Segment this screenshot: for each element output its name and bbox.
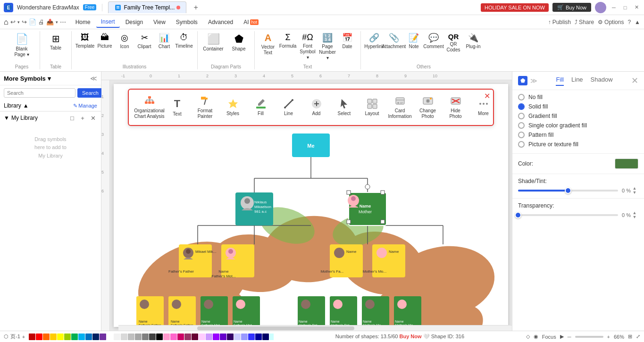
card-info-button[interactable]: CardInformation	[387, 93, 413, 121]
zoom-slider[interactable]	[575, 336, 603, 338]
timeline-button[interactable]: ⏱ Timeline	[175, 31, 193, 50]
publish-button[interactable]: ↑ Publish	[548, 19, 571, 25]
clipart-button[interactable]: ✂ Clipart	[135, 31, 154, 51]
color-palette-swatch[interactable]	[220, 334, 226, 340]
manage-button[interactable]: ✎ Manage	[73, 103, 97, 109]
color-palette-swatch[interactable]	[248, 334, 255, 340]
plugin-button[interactable]: 🔌 Plug-in	[464, 31, 483, 51]
color-palette-swatch[interactable]	[156, 334, 163, 340]
no-fill-radio[interactable]	[518, 94, 525, 100]
canvas-content[interactable]: OrganizationalChart Analysis T Text	[110, 80, 512, 331]
focus-label[interactable]: Focus	[542, 334, 556, 340]
org-chart-analysis-button[interactable]: OrganizationalChart Analysis	[136, 93, 162, 121]
share-button[interactable]: ⤴ Share	[575, 19, 594, 25]
container-button[interactable]: ⬜ Container	[201, 31, 225, 54]
solid-fill-radio[interactable]	[518, 103, 525, 110]
holiday-sale-button[interactable]: HOLIDAY SALE ON NOW	[481, 3, 549, 12]
attachment-button[interactable]: 📎 Attachment	[385, 31, 403, 51]
color-palette-swatch[interactable]	[192, 334, 198, 340]
no-fill-option[interactable]: No fill	[518, 94, 638, 100]
font-symbol-button[interactable]: #Ω FontSymbol ▾	[298, 31, 317, 62]
color-palette-swatch[interactable]	[114, 334, 120, 340]
solid-fill-option[interactable]: Solid fill	[518, 103, 638, 110]
color-palette-swatch[interactable]	[85, 334, 92, 340]
pattern-fill-radio[interactable]	[518, 132, 525, 138]
color-palette-swatch[interactable]	[50, 334, 57, 340]
change-photo-button[interactable]: ChangePhoto	[415, 93, 441, 121]
color-palette-swatch[interactable]	[36, 334, 42, 340]
color-palette-swatch[interactable]	[135, 334, 142, 340]
canvas-area[interactable]: -1 0 1 2 3 4 5 6 7 8 9 10 1 2 3 4 5 6	[101, 72, 512, 331]
export-arrow[interactable]: ▾	[56, 20, 58, 25]
add-page-button[interactable]: +	[22, 334, 25, 340]
color-palette-swatch[interactable]	[163, 334, 170, 340]
buy-now-button[interactable]: 🛒 Buy Now	[552, 3, 591, 12]
color-palette-swatch[interactable]	[184, 334, 191, 340]
note-button[interactable]: 📝 Note	[404, 31, 423, 51]
icon-button[interactable]: ◎ Icon	[115, 31, 134, 51]
play-icon[interactable]: ▶	[560, 334, 564, 340]
styles-button[interactable]: Styles	[220, 96, 246, 118]
tab-shadow[interactable]: Shadow	[591, 76, 613, 86]
color-palette-swatch[interactable]	[121, 334, 127, 340]
more-options-button[interactable]: More	[470, 96, 496, 118]
home-nav-button[interactable]: ⌂	[4, 18, 8, 26]
transparency-stepper[interactable]: ▲ ▼	[632, 211, 637, 219]
search-input[interactable]	[4, 88, 75, 98]
format-painter-button[interactable]: FormatPainter	[192, 93, 218, 121]
right-panel-collapse[interactable]: ≫	[530, 77, 537, 84]
menu-design[interactable]: Design	[121, 17, 148, 27]
search-button[interactable]: Search	[77, 88, 103, 98]
maximize-button[interactable]: □	[621, 4, 629, 11]
color-palette-swatch[interactable]	[128, 334, 134, 340]
text-tool-button[interactable]: T Text	[164, 96, 190, 119]
blank-page-button[interactable]: 📄 BlankPage ▾	[8, 31, 36, 59]
transparency-increment[interactable]: ▲	[632, 211, 637, 215]
my-library-add-button[interactable]: +	[78, 114, 87, 122]
color-palette-swatch[interactable]	[57, 334, 64, 340]
color-palette-swatch[interactable]	[170, 334, 177, 340]
formula-button[interactable]: Σ Formula	[278, 31, 297, 50]
undo-button[interactable]: ↩	[10, 18, 16, 25]
color-palette-swatch[interactable]	[64, 334, 71, 340]
color-palette-swatch[interactable]	[149, 334, 156, 340]
fit-page-button[interactable]: ⊞	[628, 334, 632, 340]
date-button[interactable]: 📅 Date	[338, 31, 357, 51]
tab-line[interactable]: Line	[571, 76, 583, 86]
page-button[interactable]: 📄	[29, 18, 36, 25]
shade-tint-stepper[interactable]: ▲ ▼	[632, 186, 637, 194]
help-button[interactable]: ?	[627, 19, 631, 25]
color-palette-swatch[interactable]	[199, 334, 205, 340]
collapse-ribbon-button[interactable]: ▲	[635, 19, 640, 25]
toolbar-close-button[interactable]: ✕	[484, 92, 490, 100]
color-palette-swatch[interactable]	[107, 334, 113, 340]
user-avatar[interactable]	[595, 2, 606, 13]
page-canvas[interactable]: OrganizationalChart Analysis T Text	[114, 84, 508, 327]
color-palette-swatch[interactable]	[71, 334, 78, 340]
extra-button[interactable]: ⋯	[60, 18, 66, 25]
gradient-fill-radio[interactable]	[518, 113, 525, 119]
color-palette-swatch[interactable]	[255, 334, 262, 340]
layout-tool-button[interactable]: Layout	[359, 96, 385, 118]
color-swatch[interactable]	[615, 158, 638, 169]
my-library-edit-button[interactable]: □	[68, 114, 76, 122]
transparency-decrement[interactable]: ▼	[632, 215, 637, 219]
color-palette-swatch[interactable]	[142, 334, 149, 340]
color-palette-swatch[interactable]	[43, 334, 50, 340]
zoom-in-button[interactable]: +	[607, 334, 610, 340]
close-button[interactable]: ✕	[633, 4, 640, 11]
undo-arrow[interactable]: ▾	[17, 20, 20, 25]
shade-tint-increment[interactable]: ▲	[632, 186, 637, 190]
right-panel-close-button[interactable]: ✕	[631, 75, 638, 86]
color-palette-swatch[interactable]	[234, 334, 241, 340]
color-palette-swatch[interactable]	[29, 334, 35, 340]
gradient-fill-option[interactable]: Gradient fill	[518, 113, 638, 119]
fill-tool-button[interactable]: Fill	[248, 96, 274, 118]
panel-collapse-button[interactable]: ≪	[90, 75, 97, 82]
options-button[interactable]: ⚙ Options	[598, 19, 624, 25]
page-number-button[interactable]: 🔢 PageNumber ▾	[318, 31, 337, 62]
single-color-gradient-option[interactable]: Single color gradient fill	[518, 122, 638, 129]
redo-button[interactable]: ↪	[22, 18, 27, 25]
color-palette-swatch[interactable]	[262, 334, 269, 340]
shade-tint-track[interactable]	[518, 190, 618, 192]
